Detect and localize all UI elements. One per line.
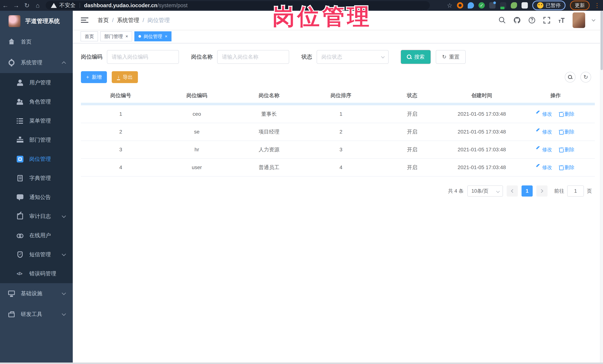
edit-link[interactable]: 修改 (536, 111, 552, 117)
edit-link[interactable]: 修改 (536, 129, 552, 135)
sidebar-item-1-10[interactable]: </>错误码管理 (0, 264, 73, 283)
sidebar-item-0[interactable]: 首页 (0, 32, 73, 52)
delete-link[interactable]: 删除 (559, 146, 574, 153)
sidebar-item-2[interactable]: 基础设施 (0, 283, 73, 304)
font-size-icon[interactable] (558, 16, 566, 24)
prev-page-button[interactable] (507, 186, 518, 197)
next-page-button[interactable] (536, 186, 547, 197)
cell-code: hr (161, 147, 233, 153)
status-select[interactable] (317, 50, 389, 64)
bookmark-star-icon[interactable]: ☆ (447, 2, 452, 9)
delete-link[interactable]: 删除 (559, 129, 574, 135)
search-button[interactable]: 搜索 (401, 50, 430, 64)
page-scrollbar[interactable] (600, 11, 603, 363)
extension-icon-5[interactable] (500, 2, 506, 9)
paused-extension-button[interactable]: 已暂停 (532, 0, 566, 10)
forward-icon[interactable]: → (11, 2, 22, 9)
cell-created: 2021-01-05 17:03:48 (447, 111, 516, 117)
scrollbar-thumb[interactable] (601, 11, 603, 70)
edit-link[interactable]: 修改 (536, 164, 552, 171)
fullscreen-icon[interactable] (543, 16, 551, 24)
tool-icon (8, 311, 15, 318)
extension-icon-1[interactable] (457, 2, 463, 9)
sidebar-item-label: 用户管理 (29, 79, 51, 86)
tab-0[interactable]: 首页 (81, 31, 98, 41)
help-icon[interactable] (528, 16, 536, 24)
delete-link[interactable]: 删除 (559, 111, 574, 117)
column-header: 岗位名称 (233, 92, 305, 99)
sidebar-item-1-7[interactable]: 审计日志 (0, 207, 73, 226)
sidebar-item-3[interactable]: 研发工具 (0, 304, 73, 325)
browser-menu-icon[interactable]: ⋮ (594, 2, 600, 9)
status-select-input[interactable] (317, 50, 389, 64)
cell-name: 项目经理 (233, 128, 305, 135)
close-icon[interactable]: × (165, 34, 167, 39)
sidebar-item-1-0[interactable]: 用户管理 (0, 73, 73, 92)
breadcrumb-item[interactable]: 首页 (98, 17, 109, 24)
role-icon (17, 99, 23, 105)
post-code-input[interactable] (107, 50, 179, 64)
reload-icon[interactable]: ↻ (22, 2, 32, 9)
sidebar-item-label: 在线用户 (29, 232, 51, 239)
jump-prefix: 前往 (554, 188, 564, 194)
sidebar-item-1-6[interactable]: 通知公告 (0, 188, 73, 207)
log-icon (17, 213, 23, 220)
export-button[interactable]: ↓ 导出 (112, 71, 138, 83)
sidebar-item-1-4[interactable]: 岗位管理 (0, 149, 73, 169)
sidebar: 芋道管理系统 首页系统管理用户管理角色管理菜单管理部门管理岗位管理字典管理通知公… (0, 11, 73, 364)
sidebar-item-label: 审计日志 (29, 213, 51, 220)
window-edge (0, 363, 603, 364)
page-size-select[interactable]: 10条/页 (467, 186, 503, 197)
extension-icon-4[interactable] (489, 2, 496, 9)
extensions-puzzle-icon[interactable] (522, 2, 528, 9)
extension-icon-6[interactable] (511, 2, 517, 9)
page-jump-input[interactable] (567, 186, 584, 197)
home-icon[interactable]: ⌂ (32, 2, 43, 9)
tab-2[interactable]: 岗位管理× (134, 31, 172, 41)
sidebar-item-label: 角色管理 (29, 98, 51, 106)
extension-icon-2[interactable] (468, 2, 474, 9)
chrome-update-button[interactable]: 更新 (570, 0, 590, 10)
extension-icon-3[interactable]: ✓ (478, 2, 485, 9)
sidebar-item-1-2[interactable]: 菜单管理 (0, 111, 73, 130)
tab-1[interactable]: 部门管理× (100, 31, 132, 41)
dept-icon (17, 137, 23, 143)
current-page[interactable]: 1 (522, 186, 533, 197)
url-path: /system/post (157, 2, 188, 9)
jump-suffix: 页 (587, 188, 592, 194)
sidebar-item-1-9[interactable]: 短信管理 (0, 245, 73, 264)
table-row: 4user普通员工4开启2021-01-05 17:03:48修改删除 (81, 159, 595, 176)
sidebar-item-1-8[interactable]: 在线用户 (0, 226, 73, 245)
edit-link[interactable]: 修改 (536, 146, 552, 153)
post-name-input[interactable] (217, 50, 289, 64)
refresh-table-button[interactable]: ↻ (580, 72, 591, 83)
reset-button[interactable]: ↻ 重置 (436, 50, 466, 64)
sidebar-item-1-1[interactable]: 角色管理 (0, 92, 73, 111)
sidebar-item-1[interactable]: 系统管理 (0, 52, 73, 73)
close-icon[interactable]: × (126, 34, 128, 39)
delete-link[interactable]: 删除 (559, 164, 574, 171)
trash-icon (559, 112, 563, 116)
hamburger-icon[interactable] (81, 17, 88, 23)
filter-form: 岗位编码 岗位名称 状态 搜索 (81, 50, 595, 64)
app-logo-row[interactable]: 芋道管理系统 (0, 11, 73, 32)
back-icon[interactable]: ← (0, 2, 11, 9)
chevron-down-icon (496, 189, 500, 193)
breadcrumb-item[interactable]: 系统管理 (117, 17, 139, 24)
chevron-down-icon (62, 214, 66, 218)
cell-operations: 修改删除 (516, 164, 595, 171)
chevron-down-icon[interactable] (592, 18, 595, 22)
search-icon[interactable] (498, 16, 506, 24)
column-header: 岗位编号 (81, 92, 161, 99)
page-content: 岗位编码 岗位名称 状态 搜索 (73, 43, 603, 364)
github-icon[interactable] (513, 16, 521, 24)
address-bar[interactable]: 不安全 dashboard.yudao.iocoder.cn/system/po… (46, 1, 430, 10)
toggle-search-button[interactable] (565, 72, 576, 83)
status-label: 状态 (302, 53, 312, 61)
sidebar-item-1-5[interactable]: 字典管理 (0, 169, 73, 188)
cell-sort: 4 (305, 165, 377, 170)
sidebar-item-1-3[interactable]: 部门管理 (0, 130, 73, 149)
column-header: 状态 (377, 92, 447, 99)
add-button[interactable]: + 新增 (81, 71, 107, 83)
avatar[interactable] (573, 12, 585, 28)
